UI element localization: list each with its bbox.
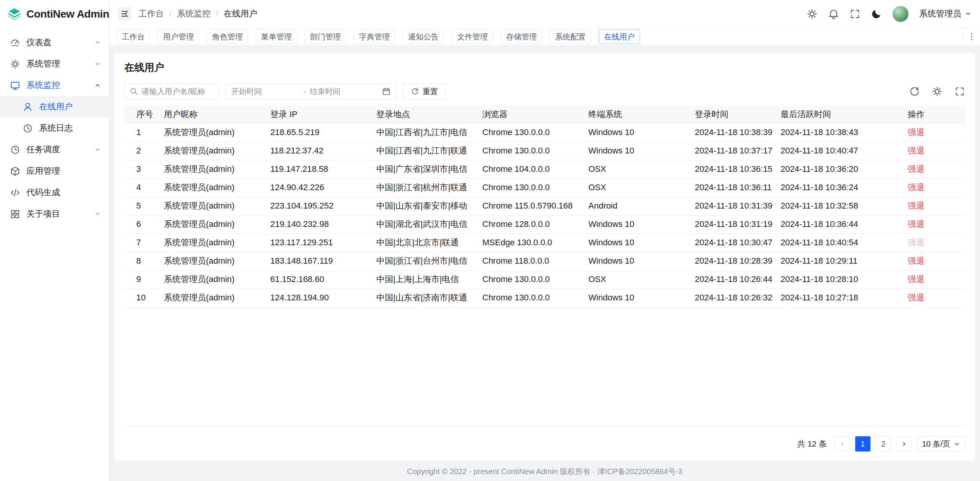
breadcrumb-item[interactable]: 工作台 (139, 8, 164, 20)
tab-storage-management[interactable]: 存储管理 (501, 29, 542, 44)
sidebar-item-label: 任务调度 (26, 144, 88, 155)
date-range-picker[interactable]: 开始时间 - 结束时间 (225, 83, 396, 99)
cell-location: 中国|浙江省|台州市|电信 (376, 252, 482, 270)
cell-browser: Chrome 115.0.5790.168 (482, 197, 588, 215)
cell-login-time: 2024-11-18 10:26:32 (695, 289, 781, 307)
gear-icon (10, 59, 20, 69)
sidebar-item-label: 在线用户 (39, 101, 101, 113)
pagination-next-button[interactable] (897, 436, 912, 452)
sidebar-item-code-generation[interactable]: 代码生成 (0, 182, 109, 203)
force-logout-link[interactable]: 强退 (908, 127, 924, 137)
dashboard-icon (10, 38, 20, 48)
tab-file-management[interactable]: 文件管理 (452, 29, 493, 44)
pagination-total: 共 12 条 (797, 439, 827, 449)
force-logout-link[interactable]: 强退 (908, 256, 924, 266)
cell-last-active: 2024-11-18 10:29:11 (781, 252, 908, 270)
sidebar-item-task-scheduler[interactable]: 任务调度 (0, 139, 109, 160)
chevron-down-icon (94, 39, 101, 46)
topbar: 工作台 / 系统监控 / 在线用户 (109, 0, 980, 28)
cell-ip: 119.147.218.58 (270, 160, 376, 178)
tab-notice[interactable]: 通知公告 (403, 29, 444, 44)
sidebar-item-system-logs[interactable]: 系统日志 (0, 117, 109, 139)
cell-browser: Chrome 118.0.0.0 (482, 252, 588, 270)
column-settings-icon[interactable] (932, 86, 942, 97)
cell-nickname: 系统管理员(admin) (164, 270, 270, 289)
sidebar-item-online-users[interactable]: 在线用户 (0, 96, 109, 117)
sidebar-item-system-monitor[interactable]: 系统监控 (0, 75, 109, 96)
user-icon (23, 102, 33, 112)
cell-ip: 124.128.194.90 (270, 289, 376, 307)
cube-icon (10, 166, 20, 176)
sidebar-item-label: 系统日志 (39, 122, 101, 134)
sidebar-item-label: 应用管理 (26, 165, 101, 177)
chevron-down-icon (94, 60, 101, 68)
cell-action: 强退 (908, 270, 965, 289)
sidebar-item-dashboard[interactable]: 仪表盘 (0, 32, 109, 53)
pagination-page-2[interactable]: 2 (876, 436, 891, 452)
page-size-select[interactable]: 10 条/页 (917, 436, 965, 452)
bell-icon[interactable] (828, 8, 839, 20)
cell-location: 中国|湖北省|武汉市|电信 (376, 215, 482, 233)
force-logout-link[interactable]: 强退 (908, 164, 924, 174)
cell-nickname: 系统管理员(admin) (164, 178, 270, 197)
date-range-separator: - (304, 87, 306, 96)
cell-last-active: 2024-11-18 10:32:58 (781, 197, 908, 215)
logo-icon (8, 6, 21, 22)
cell-location: 中国|上海|上海市|电信 (376, 270, 482, 289)
tab-workbench[interactable]: 工作台 (116, 29, 150, 44)
force-logout-link[interactable]: 强退 (908, 274, 924, 284)
force-logout-link[interactable]: 强退 (908, 201, 924, 210)
col-browser: 浏览器 (482, 106, 588, 123)
menu-collapse-button[interactable] (118, 7, 132, 21)
cell-ip: 118.212.37.42 (270, 142, 376, 160)
logo[interactable]: ContiNew Admin (0, 0, 109, 28)
pagination-page-1[interactable]: 1 (855, 436, 871, 452)
table-row: 6 系统管理员(admin) 219.140.232.98 中国|湖北省|武汉市… (124, 215, 965, 233)
cell-nickname: 系统管理员(admin) (164, 197, 270, 215)
force-logout-link[interactable]: 强退 (908, 146, 924, 155)
tab-dictionary-management[interactable]: 字典管理 (354, 29, 395, 44)
table-fullscreen-icon[interactable] (954, 86, 965, 97)
cell-ip: 218.65.5.219 (270, 123, 376, 142)
col-last-active-time: 最后活跃时间 (781, 106, 908, 123)
force-logout-link[interactable]: 强退 (908, 183, 924, 192)
avatar[interactable] (892, 6, 909, 22)
search-input[interactable] (124, 83, 219, 99)
sidebar-item-about-project[interactable]: 关于项目 (0, 203, 109, 225)
sidebar-item-system-management[interactable]: 系统管理 (0, 53, 109, 75)
sidebar-menu: 仪表盘 系统管理 系统监控 (0, 28, 109, 225)
chevron-left-icon (839, 440, 846, 447)
settings-icon[interactable] (807, 8, 818, 20)
cell-location: 中国|江西省|九江市|电信 (376, 123, 482, 142)
force-logout-link[interactable]: 强退 (908, 293, 924, 302)
cell-last-active: 2024-11-18 10:28:10 (781, 270, 908, 289)
user-menu[interactable]: 系统管理员 (919, 8, 972, 20)
cell-index: 7 (124, 233, 164, 252)
cell-os: Windows 10 (588, 142, 695, 160)
force-logout-link[interactable]: 强退 (908, 219, 924, 229)
tab-department-management[interactable]: 部门管理 (305, 29, 346, 44)
calendar-icon (382, 87, 390, 96)
tab-menu-management[interactable]: 菜单管理 (256, 29, 297, 44)
tab-actions-button[interactable] (962, 28, 980, 46)
refresh-icon[interactable] (909, 86, 920, 97)
tab-user-management[interactable]: 用户管理 (158, 29, 199, 44)
cell-index: 9 (124, 270, 164, 289)
sidebar: ContiNew Admin 仪表盘 系统管理 (0, 0, 109, 481)
chevron-up-icon (94, 82, 101, 89)
breadcrumb-item[interactable]: 系统监控 (177, 8, 211, 20)
sidebar-item-label: 系统监控 (26, 80, 88, 91)
reset-button[interactable]: 重置 (403, 83, 446, 99)
cell-ip: 183.148.167.119 (270, 252, 376, 270)
cell-login-time: 2024-11-18 10:31:19 (695, 215, 781, 233)
tab-system-config[interactable]: 系统配置 (550, 29, 591, 44)
pagination-prev-button[interactable] (835, 436, 850, 452)
fullscreen-icon[interactable] (849, 8, 861, 20)
pagination: 共 12 条 1 2 10 条/页 (124, 436, 965, 452)
sidebar-item-app-management[interactable]: 应用管理 (0, 160, 109, 182)
cell-browser: Chrome 130.0.0.0 (482, 178, 588, 197)
moon-icon[interactable] (871, 8, 882, 20)
tab-role-management[interactable]: 角色管理 (207, 29, 248, 44)
table-row: 2 系统管理员(admin) 118.212.37.42 中国|江西省|九江市|… (124, 142, 965, 160)
tab-online-users[interactable]: 在线用户 (599, 29, 640, 44)
